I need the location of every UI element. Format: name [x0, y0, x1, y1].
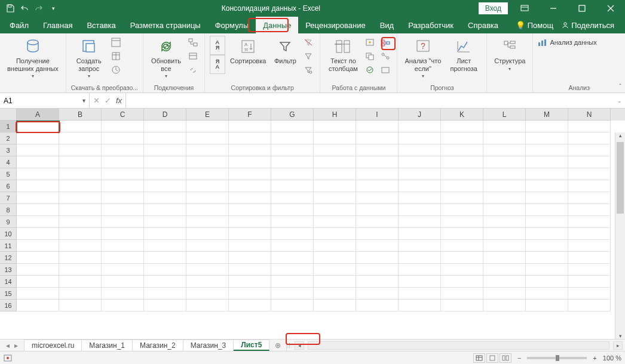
- cell[interactable]: [144, 276, 186, 288]
- advanced-filter-icon[interactable]: [302, 63, 315, 76]
- cell[interactable]: [568, 180, 611, 192]
- cell[interactable]: [59, 300, 102, 311]
- cell[interactable]: [229, 132, 271, 144]
- remove-duplicates-icon[interactable]: [363, 50, 376, 63]
- cell[interactable]: [314, 216, 356, 228]
- data-analysis-button[interactable]: Анализ данных: [538, 36, 596, 47]
- cell[interactable]: [314, 288, 356, 300]
- cell[interactable]: [229, 192, 271, 204]
- cell[interactable]: [186, 192, 229, 204]
- cell[interactable]: [144, 156, 186, 168]
- cell[interactable]: [186, 240, 229, 252]
- zoom-out-icon[interactable]: −: [517, 354, 521, 362]
- sort-za-button[interactable]: Я А: [210, 55, 225, 74]
- cell[interactable]: [526, 288, 568, 300]
- cell[interactable]: [441, 168, 483, 180]
- cell[interactable]: [271, 180, 314, 192]
- sheet-tab[interactable]: Магазин_1: [82, 340, 133, 351]
- sheet-tab[interactable]: Магазин_3: [183, 340, 234, 351]
- cell[interactable]: [229, 216, 271, 228]
- cell[interactable]: [144, 132, 186, 144]
- cell[interactable]: [399, 300, 441, 311]
- properties-icon[interactable]: [186, 50, 200, 63]
- cell[interactable]: [568, 252, 611, 264]
- cell[interactable]: [314, 180, 356, 192]
- sheet-tab[interactable]: microexcel.ru: [24, 340, 82, 351]
- cell[interactable]: [229, 121, 271, 132]
- cell[interactable]: [186, 156, 229, 168]
- cell[interactable]: [17, 132, 59, 144]
- cell[interactable]: [568, 300, 611, 311]
- row-header[interactable]: 5: [0, 168, 17, 180]
- cell[interactable]: [59, 192, 102, 204]
- filter-button[interactable]: Фильтр: [271, 36, 299, 66]
- cell[interactable]: [526, 180, 568, 192]
- cell[interactable]: [102, 121, 144, 132]
- row-header[interactable]: 12: [0, 252, 17, 264]
- cell[interactable]: [399, 252, 441, 264]
- cell[interactable]: [568, 168, 611, 180]
- cell[interactable]: [314, 264, 356, 276]
- cell[interactable]: [356, 132, 399, 144]
- cell[interactable]: [102, 168, 144, 180]
- cell[interactable]: [102, 276, 144, 288]
- select-all-corner[interactable]: [0, 109, 17, 121]
- cell[interactable]: [17, 180, 59, 192]
- cell[interactable]: [229, 144, 271, 156]
- cell[interactable]: [526, 276, 568, 288]
- collapse-ribbon-icon[interactable]: ˆ: [619, 83, 621, 90]
- cell[interactable]: [186, 288, 229, 300]
- cell[interactable]: [356, 216, 399, 228]
- col-header[interactable]: N: [568, 109, 611, 121]
- data-validation-icon[interactable]: [363, 63, 376, 76]
- cell[interactable]: [399, 288, 441, 300]
- cell[interactable]: [314, 168, 356, 180]
- cell[interactable]: [568, 264, 611, 276]
- col-header[interactable]: L: [483, 109, 526, 121]
- cell[interactable]: [568, 192, 611, 204]
- cell[interactable]: [483, 264, 526, 276]
- row-header[interactable]: 6: [0, 180, 17, 192]
- cell[interactable]: [441, 121, 483, 132]
- cell[interactable]: [102, 240, 144, 252]
- cell[interactable]: [17, 300, 59, 311]
- cell[interactable]: [271, 264, 314, 276]
- cell[interactable]: [526, 156, 568, 168]
- refresh-all-button[interactable]: Обновить все ▾: [148, 36, 184, 80]
- cell[interactable]: [568, 121, 611, 132]
- what-if-button[interactable]: ? Анализ "что если" ▾: [402, 36, 443, 80]
- cell[interactable]: [314, 300, 356, 311]
- cell[interactable]: [17, 168, 59, 180]
- reapply-icon[interactable]: [302, 50, 315, 63]
- structure-button[interactable]: Структура ▾: [492, 36, 528, 73]
- cell[interactable]: [186, 204, 229, 216]
- row-header[interactable]: 16: [0, 300, 17, 311]
- cell[interactable]: [441, 276, 483, 288]
- cell[interactable]: [102, 144, 144, 156]
- vertical-scrollbar[interactable]: ▴ ▾: [615, 132, 625, 339]
- cell[interactable]: [314, 240, 356, 252]
- cell[interactable]: [441, 192, 483, 204]
- cell[interactable]: [59, 204, 102, 216]
- cell[interactable]: [271, 121, 314, 132]
- cell[interactable]: [441, 144, 483, 156]
- cell[interactable]: [526, 264, 568, 276]
- cell[interactable]: [483, 288, 526, 300]
- row-header[interactable]: 1: [0, 121, 17, 132]
- cell[interactable]: [399, 168, 441, 180]
- tell-me[interactable]: 💡 Помощ: [516, 21, 553, 30]
- relationships-icon[interactable]: [379, 50, 392, 63]
- cell[interactable]: [102, 228, 144, 240]
- cell[interactable]: [59, 156, 102, 168]
- cell[interactable]: [144, 180, 186, 192]
- cell[interactable]: [483, 192, 526, 204]
- row-header[interactable]: 9: [0, 216, 17, 228]
- cell[interactable]: [568, 276, 611, 288]
- cell[interactable]: [399, 216, 441, 228]
- cell[interactable]: [399, 180, 441, 192]
- zoom-slider[interactable]: [527, 357, 587, 359]
- expand-formula-icon[interactable]: ⌄: [614, 93, 625, 108]
- cell[interactable]: [186, 264, 229, 276]
- cell[interactable]: [144, 264, 186, 276]
- cancel-formula-icon[interactable]: ✕: [93, 96, 100, 105]
